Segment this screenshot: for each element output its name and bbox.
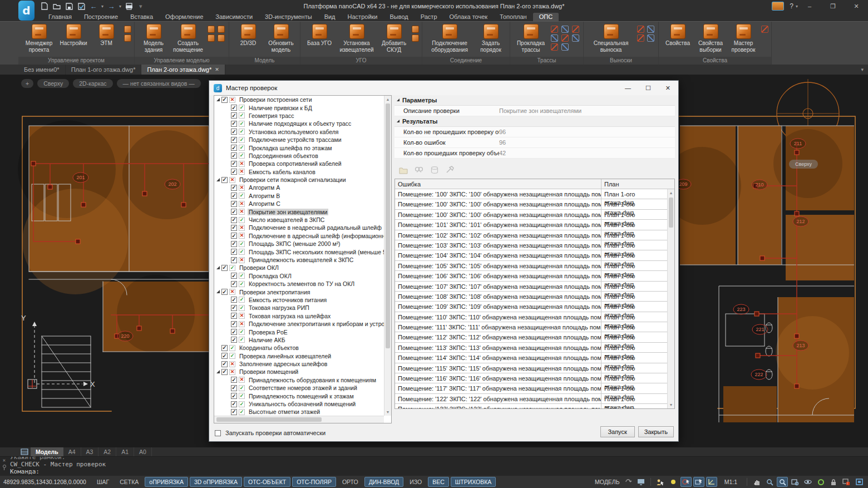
ribbon-tab-Построение[interactable]: Построение: [78, 13, 124, 21]
layout-tab-А1[interactable]: А1: [116, 447, 134, 456]
ribbon-tab-Настройки[interactable]: Настройки: [342, 13, 384, 21]
error-table-row[interactable]: Помещение: '111' ЗКПС: '111' обнаружена …: [395, 322, 667, 332]
property-row[interactable]: Кол-во не прошедших проверку об... 96: [394, 127, 675, 137]
error-table-row[interactable]: Помещение: '105' ЗКПС: '105' обнаружена …: [395, 261, 667, 271]
auto-run-checkbox[interactable]: Запускать проверки автоматически: [215, 430, 326, 436]
minimize-button[interactable]: –: [798, 0, 821, 12]
new-file-icon[interactable]: [40, 2, 49, 11]
check-tree-item[interactable]: ✓✓Токовая нагрузка РИП: [214, 304, 384, 312]
check-tree-item[interactable]: ✓✕Подключение электропитания к приборам …: [214, 320, 384, 328]
ribbon-tab-Вид[interactable]: Вид: [318, 13, 342, 21]
check-enabled-checkbox[interactable]: ✓: [221, 97, 228, 103]
ribbon-tab-Растр[interactable]: Растр: [415, 13, 443, 21]
check-enabled-checkbox[interactable]: ✓: [231, 305, 237, 311]
error-table-row[interactable]: Помещение: '100' ЗКПС: '100' обнаружена …: [395, 199, 667, 209]
run-button[interactable]: Запуск: [600, 426, 635, 437]
dialog-titlebar[interactable]: d Мастер проверок — ☐ ✕: [209, 81, 678, 95]
nanocad-logo-icon[interactable]: d: [18, 1, 34, 21]
ribbon-tab-Топоплан[interactable]: Топоплан: [494, 13, 533, 21]
check-tree-item[interactable]: ✓✓Соответствие номеров этажей и зданий: [214, 384, 384, 392]
check-tree-item[interactable]: ✓✓Подсоединения объектов: [214, 152, 384, 160]
error-table-row[interactable]: Помещение: '101' ЗКПС: '101' обнаружена …: [395, 220, 667, 230]
check-tree-item[interactable]: ✓✕Проверки сети пожарной сигнализации: [214, 176, 384, 184]
regen-icon[interactable]: [815, 477, 826, 487]
layout-tab-А0[interactable]: А0: [134, 447, 152, 456]
linked-views-label[interactable]: — нет связанных видов —: [117, 79, 201, 88]
check-enabled-checkbox[interactable]: ✓: [231, 297, 237, 303]
check-tree-item[interactable]: ✓✕Алгоритм A: [214, 184, 384, 191]
print-icon[interactable]: [125, 2, 134, 11]
trace-add-icon[interactable]: [551, 34, 558, 42]
expander-icon[interactable]: [216, 266, 220, 269]
check-tree-item[interactable]: ✓✓Высотные отметки этажей: [214, 408, 384, 416]
status-toggle-ШАГ[interactable]: ШАГ: [92, 477, 114, 487]
ugo-edit-icon[interactable]: [412, 34, 419, 42]
add-skud-button[interactable]: Добавить СКУД: [378, 23, 410, 53]
check-enabled-checkbox[interactable]: ✓: [231, 385, 237, 391]
check-tree-item[interactable]: ✓✕Токовая нагрузка на шлейфах: [214, 312, 384, 320]
check-enabled-checkbox[interactable]: ✓: [231, 169, 237, 175]
check-enabled-checkbox[interactable]: ✓: [221, 289, 228, 295]
status-toggle-ОТС-ПОЛЯР[interactable]: ОТС-ПОЛЯР: [292, 477, 336, 487]
check-tree-item[interactable]: ✓✓Наличие привязки к БД: [214, 103, 384, 111]
selection-preview-icon[interactable]: [693, 477, 704, 487]
restore-button[interactable]: ❐: [821, 0, 845, 12]
status-toggle-ИЗО[interactable]: ИЗО: [405, 477, 426, 487]
check-enabled-checkbox[interactable]: ✓: [221, 177, 228, 183]
zoom-icon[interactable]: [764, 477, 775, 487]
check-enabled-checkbox[interactable]: ✓: [231, 337, 237, 343]
user-select-icon[interactable]: [655, 477, 666, 487]
find-icon[interactable]: [415, 166, 424, 174]
check-tree-item[interactable]: ✓✓Площадь ЗКПС (меньше 2000 м²): [214, 240, 384, 248]
wall-tool-icon[interactable]: [208, 26, 215, 33]
check-enabled-checkbox[interactable]: ✓: [231, 209, 237, 215]
status-toggle-ОРТО[interactable]: ОРТО: [338, 477, 363, 487]
status-toggle-оПРИВЯЗКА[interactable]: оПРИВЯЗКА: [145, 477, 188, 487]
redo-icon[interactable]: →: [107, 2, 116, 11]
check-enabled-checkbox[interactable]: ✓: [231, 137, 237, 143]
selection-properties-button[interactable]: Свойства выборки: [694, 23, 727, 53]
database-update-icon[interactable]: [124, 34, 131, 42]
ribbon-tab-ОПС[interactable]: ОПС: [533, 13, 559, 21]
check-tree-item[interactable]: ✓✕Емкость кабель каналов: [214, 168, 384, 176]
error-table-row[interactable]: Помещение: '107' ЗКПС: '107' обнаружена …: [395, 282, 667, 292]
check-settings-icon[interactable]: [761, 26, 768, 33]
check-tree-item[interactable]: ✓✓Площадь ЗКПС нескольких помещений (мен…: [214, 248, 384, 255]
check-enabled-checkbox[interactable]: ✓: [231, 129, 237, 135]
check-tree-item[interactable]: ✓✕Проверки электропитания: [214, 288, 384, 295]
check-tree-item[interactable]: ✓✓Проверки ОКЛ: [214, 264, 384, 272]
trace-delete-icon[interactable]: [551, 43, 558, 51]
check-tree-item[interactable]: ✓✓Корректность элементов по ТУ на ОКЛ: [214, 280, 384, 288]
property-row[interactable]: Кол-во ошибок 96: [394, 137, 675, 148]
check-wizard-button[interactable]: Мастер проверок: [727, 23, 760, 53]
view-direction-button[interactable]: Сверху: [37, 79, 69, 88]
check-tree-item[interactable]: ✓✓Наличие подходящих к объекту трасс: [214, 120, 384, 127]
check-enabled-checkbox[interactable]: ✓: [231, 217, 237, 223]
tree-horizontal-scrollbar[interactable]: [214, 416, 384, 423]
check-tree-item[interactable]: ✓✓Проверка линейных извещателей: [214, 352, 384, 360]
zoom-window-icon[interactable]: [790, 477, 801, 487]
error-table-row[interactable]: Помещение: '103' ЗКПС: '103' обнаружена …: [395, 240, 667, 250]
check-enabled-checkbox[interactable]: ✓: [231, 249, 237, 255]
special-leader-button[interactable]: Специальная выноска: [586, 23, 635, 53]
check-enabled-checkbox[interactable]: ✓: [231, 121, 237, 127]
ugo-base-button[interactable]: База УГО: [303, 23, 336, 47]
redo-dropdown-icon[interactable]: ▾: [119, 4, 121, 9]
scale-indicator[interactable]: M1:1: [724, 479, 737, 485]
help-button[interactable]: ?: [790, 2, 793, 10]
check-tree-item[interactable]: ✓✕Заполнение адресных шлейфов: [214, 360, 384, 368]
check-enabled-checkbox[interactable]: ✓: [231, 201, 237, 207]
trace-route-icon[interactable]: [561, 26, 569, 33]
tab-close-icon[interactable]: ✕: [215, 67, 219, 72]
cmd-close-icon[interactable]: ✕: [3, 457, 6, 463]
property-row[interactable]: Кол-во прошедших проверку объек... 42: [394, 148, 675, 159]
check-enabled-checkbox[interactable]: ✓: [231, 145, 237, 151]
check-enabled-checkbox[interactable]: ✓: [231, 329, 237, 335]
document-tab[interactable]: Без имени0*: [18, 65, 66, 75]
layout-tab-А2[interactable]: А2: [98, 447, 116, 456]
check-enabled-checkbox[interactable]: ✓: [231, 225, 237, 231]
check-tree-item[interactable]: ✓✕Алгоритм C: [214, 200, 384, 208]
check-tree-item[interactable]: ✓✓Алгоритм B: [214, 192, 384, 200]
create-room-button[interactable]: Создать помещение: [170, 23, 206, 53]
close-button[interactable]: ✕: [845, 0, 868, 12]
